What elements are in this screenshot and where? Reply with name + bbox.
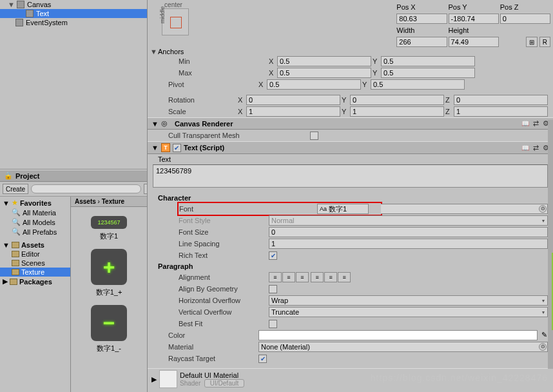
fav-all-prefabs[interactable]: 🔍All Prefabs (0, 227, 70, 237)
font-field-ext[interactable]: ⊙ (381, 204, 548, 214)
rot-z-input[interactable] (454, 95, 548, 105)
project-search-input[interactable] (31, 184, 141, 193)
align-right-button[interactable]: ≡ (296, 272, 309, 282)
search-icon: 🔍 (12, 208, 21, 217)
scale-x-input[interactable] (246, 106, 340, 117)
shader-dropdown[interactable]: UI/Default (204, 379, 244, 387)
gameobject-icon (15, 19, 23, 26)
align-center-button[interactable]: ≡ (282, 272, 295, 282)
folder-texture[interactable]: Texture (0, 268, 70, 277)
posz-input[interactable] (500, 14, 550, 24)
packages-label: Packages (19, 278, 52, 286)
hierarchy-item-canvas[interactable]: ▼ Canvas (0, 0, 147, 9)
enable-checkbox[interactable] (173, 144, 181, 152)
align-vertical-group: ≡≡≡ (311, 272, 351, 282)
asset-thumb[interactable]: 1234567 数字1 (86, 216, 131, 241)
fav-all-models[interactable]: 🔍All Models (0, 217, 70, 227)
assets-header[interactable]: ▼Assets (0, 240, 70, 250)
project-tab[interactable]: 🔒 Project (0, 170, 147, 182)
fav-label: All Materia (23, 209, 56, 217)
foldout-icon[interactable]: ▼ (151, 120, 159, 128)
preset-icon[interactable]: ⇄ (533, 144, 539, 152)
align-top-button[interactable]: ≡ (311, 272, 324, 282)
help-icon[interactable] (521, 144, 529, 152)
pivot-x-input[interactable] (267, 79, 361, 90)
rich-text-checkbox[interactable] (269, 251, 277, 260)
y-label: Y (362, 81, 369, 88)
assets-label: Assets (21, 241, 44, 249)
best-fit-checkbox[interactable] (269, 320, 277, 328)
align-middle-button[interactable]: ≡ (324, 272, 337, 282)
align-left-button[interactable]: ≡ (269, 272, 282, 282)
raycast-checkbox[interactable] (258, 355, 267, 363)
preset-icon[interactable]: ⇄ (533, 119, 539, 128)
scale-y-input[interactable] (350, 106, 444, 117)
hierarchy-item-eventsystem[interactable]: EventSystem (0, 18, 147, 27)
width-input[interactable] (396, 37, 447, 47)
paragraph-heading: Paragraph (158, 262, 193, 270)
rot-x-input[interactable] (246, 95, 340, 105)
scale-z-input[interactable] (454, 106, 548, 117)
cull-label: Cull Transparent Mesh (168, 132, 310, 139)
canvas-renderer-header[interactable]: ▼ ◎ Canvas Renderer ⇄ (148, 117, 553, 130)
v-overflow-dropdown[interactable]: Truncate (269, 307, 548, 317)
hierarchy-item-text[interactable]: Text (0, 9, 147, 18)
material-field[interactable]: None (Material)⊙ (258, 342, 548, 352)
create-button[interactable]: Create (3, 184, 28, 194)
posx-input[interactable] (396, 14, 447, 24)
help-icon[interactable] (521, 119, 529, 128)
color-field[interactable] (258, 330, 538, 340)
folder-scenes[interactable]: Scenes (0, 259, 70, 268)
min-x-input[interactable] (277, 56, 371, 66)
font-field[interactable]: Aa 数字1 (317, 204, 369, 214)
component-icon: ◎ (161, 119, 168, 128)
asset-thumb[interactable]: + 数字1_+ (86, 249, 131, 297)
foldout-icon[interactable]: ▼ (150, 48, 157, 55)
fav-all-materials[interactable]: 🔍All Materia (0, 208, 70, 217)
foldout-icon[interactable]: ▼ (151, 144, 159, 152)
material-value: None (Material) (261, 343, 310, 351)
fav-label: All Prefabs (23, 228, 57, 236)
default-material-header[interactable]: ▶ Default UI Material Shader UI/Default (148, 368, 553, 389)
height-input[interactable] (449, 37, 499, 47)
pivot-label: Pivot (168, 81, 258, 88)
max-x-input[interactable] (277, 68, 371, 78)
text-textarea[interactable]: 123456789 (153, 164, 548, 188)
font-style-label: Font Style (179, 217, 269, 224)
lock-icon: 🔒 (4, 172, 13, 180)
asset-thumb[interactable]: − 数字1_- (86, 305, 131, 353)
object-picker-icon[interactable]: ⊙ (539, 205, 547, 213)
breadcrumb[interactable]: Assets › Texture (71, 197, 147, 207)
align-bottom-button[interactable]: ≡ (338, 272, 351, 282)
pivot-y-input[interactable] (371, 79, 465, 90)
blueprint-button[interactable]: ⊞ (526, 37, 538, 47)
line-spacing-input[interactable] (269, 239, 548, 249)
object-picker-icon[interactable]: ⊙ (539, 343, 547, 351)
font-size-input[interactable] (269, 227, 548, 237)
raw-edit-button[interactable]: R (539, 37, 550, 47)
text-component-header[interactable]: ▼ T Text (Script) ⇄ (148, 141, 553, 154)
folder-icon (12, 242, 19, 248)
foldout-icon[interactable]: ▶ (151, 375, 157, 384)
cull-checkbox[interactable] (310, 132, 318, 140)
folder-editor[interactable]: Editor (0, 250, 70, 259)
hierarchy-label: Canvas (27, 1, 51, 8)
v-overflow-label: Vertical Overflow (179, 308, 269, 316)
align-geom-checkbox[interactable] (269, 285, 277, 293)
rot-y-input[interactable] (350, 95, 444, 105)
font-style-dropdown[interactable]: Normal (269, 215, 548, 226)
scale-label: Scale (168, 108, 238, 115)
star-icon: ★ (12, 199, 18, 207)
project-panel: 🔒 Project Create 🔍 ● ★ ▨ ▼★Favorites 🔍Al… (0, 169, 147, 392)
inspector-scrollbar[interactable] (548, 120, 553, 369)
anchor-preset-widget[interactable]: center middle (155, 1, 191, 35)
max-label: Max (179, 69, 269, 77)
foldout-icon[interactable]: ▼ (8, 1, 14, 8)
max-y-input[interactable] (381, 68, 475, 78)
packages-header[interactable]: ▶Packages (0, 277, 70, 286)
favorites-header[interactable]: ▼★Favorites (0, 198, 70, 208)
posy-input[interactable] (449, 14, 499, 24)
y-label: Y (373, 57, 379, 65)
min-y-input[interactable] (381, 56, 475, 66)
h-overflow-dropdown[interactable]: Wrap (269, 295, 548, 306)
